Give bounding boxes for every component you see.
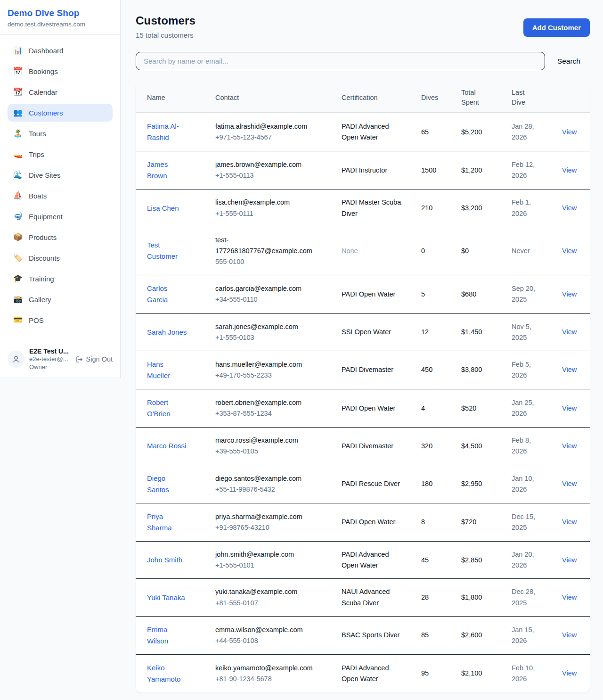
customer-name-link[interactable]: Robert O'Brien — [147, 397, 188, 420]
view-link[interactable]: View — [562, 669, 577, 677]
sidebar-item-label: Training — [29, 275, 54, 283]
sidebar-item-equipment[interactable]: 🤿 Equipment — [8, 207, 113, 225]
page-header: Customers 15 total customers Add Custome… — [136, 14, 590, 39]
sidebar-item-calendar[interactable]: 📆 Calendar — [8, 83, 113, 101]
customer-total-spent: $2,850 — [450, 542, 500, 579]
view-link[interactable]: View — [562, 480, 577, 487]
customers-icon: 👥 — [13, 109, 23, 116]
customer-certification: None — [330, 227, 410, 275]
column-header-last-dive: Last Dive — [500, 82, 551, 113]
customer-dives: 28 — [410, 579, 450, 616]
view-link[interactable]: View — [562, 290, 577, 298]
sidebar-item-boats[interactable]: ⛵ Boats — [8, 187, 113, 205]
sidebar-item-label: Calendar — [29, 88, 57, 96]
customer-email: hans.mueller@example.com — [215, 359, 325, 370]
sign-out-button[interactable]: Sign Out — [76, 355, 113, 363]
search-button[interactable]: Search — [548, 53, 590, 69]
view-link[interactable]: View — [562, 631, 577, 639]
customer-name-link[interactable]: Test Customer — [147, 239, 188, 262]
customer-last-dive: Nov 5, 2025 — [500, 313, 551, 351]
customer-phone: +353-87-555-1234 — [215, 408, 325, 419]
person-icon — [12, 355, 20, 363]
column-header-certification: Certification — [330, 82, 410, 113]
view-link[interactable]: View — [562, 556, 577, 564]
customer-name-link[interactable]: James Brown — [147, 159, 188, 181]
table-row: Yuki Tanaka yuki.tanaka@example.com+81-5… — [136, 579, 590, 616]
gallery-icon: 📸 — [13, 296, 23, 303]
customer-last-dive: Feb 1, 2026 — [500, 189, 551, 227]
customer-name-link[interactable]: Diego Santos — [147, 473, 188, 495]
sidebar-item-discounts[interactable]: 🏷️ Discounts — [8, 249, 113, 267]
customer-total-spent: $1,800 — [450, 579, 500, 616]
sidebar-item-label: POS — [29, 316, 44, 324]
equipment-icon: 🤿 — [13, 213, 23, 220]
customer-name-link[interactable]: Fatima Al-Rashid — [147, 121, 188, 143]
sidebar-item-trips[interactable]: 🚤 Trips — [8, 145, 113, 163]
sidebar-item-tours[interactable]: 🏝️ Tours — [8, 124, 113, 142]
table-row: Diego Santos diego.santos@example.com+55… — [136, 465, 590, 503]
view-link[interactable]: View — [562, 518, 577, 526]
customer-last-dive: Feb 10, 2026 — [500, 654, 551, 692]
table-row: Robert O'Brien robert.obrien@example.com… — [136, 389, 590, 428]
customer-name-link[interactable]: Carlos Garcia — [147, 283, 188, 305]
customer-phone: +44-555-0108 — [215, 635, 325, 646]
customer-last-dive: Dec 15, 2025 — [500, 503, 551, 541]
view-link[interactable]: View — [562, 328, 577, 336]
customer-email: priya.sharma@example.com — [215, 511, 325, 522]
customer-dives: 12 — [410, 313, 450, 351]
view-link[interactable]: View — [562, 404, 577, 412]
customer-name-link[interactable]: Lisa Chen — [147, 203, 179, 214]
sidebar-item-bookings[interactable]: 📅 Bookings — [8, 62, 113, 80]
customer-name-link[interactable]: Yuki Tanaka — [147, 592, 185, 603]
customer-email: marco.rossi@example.com — [215, 435, 325, 446]
sidebar-item-training[interactable]: 🎓 Training — [8, 270, 113, 288]
customer-phone: +1-555-0113 — [215, 170, 325, 181]
customer-name-link[interactable]: Priya Sharma — [147, 511, 188, 534]
sign-out-icon — [76, 356, 83, 363]
customer-total-spent: $520 — [450, 389, 500, 428]
sidebar-item-label: Dive Sites — [29, 171, 61, 179]
view-link[interactable]: View — [562, 128, 577, 136]
sidebar-item-products[interactable]: 📦 Products — [8, 228, 113, 246]
customer-dives: 45 — [410, 542, 450, 579]
brand-name: Demo Dive Shop — [8, 8, 113, 18]
customer-total-spent: $1,450 — [450, 313, 500, 351]
customer-phone: +81-90-1234-5678 — [215, 674, 325, 684]
customer-name-link[interactable]: Hans Mueller — [147, 359, 188, 381]
customer-name-link[interactable]: Keiko Yamamoto — [147, 662, 188, 685]
view-link[interactable]: View — [562, 442, 577, 450]
view-link[interactable]: View — [562, 166, 577, 174]
table-row: John Smith john.smith@example.com+1-555-… — [136, 542, 590, 579]
sidebar-item-dashboard[interactable]: 📊 Dashboard — [8, 41, 113, 59]
view-link[interactable]: View — [562, 247, 577, 255]
customer-name-link[interactable]: Sarah Jones — [147, 327, 187, 338]
discounts-icon: 🏷️ — [13, 254, 23, 262]
sidebar-item-customers[interactable]: 👥 Customers — [8, 104, 113, 122]
user-email: e2e-tester@... — [29, 355, 69, 363]
customers-table: Name Contact Certification Dives Total S… — [136, 82, 590, 692]
customer-name-link[interactable]: Marco Rossi — [147, 440, 186, 452]
sidebar-item-pos[interactable]: 💳 POS — [8, 311, 113, 329]
view-link[interactable]: View — [562, 366, 577, 373]
customer-email: fatima.alrashid@example.com — [215, 121, 325, 132]
sidebar-nav: 📊 Dashboard 📅 Bookings 📆 Calendar 👥 Cust… — [0, 35, 120, 341]
sidebar-item-dive-sites[interactable]: 🌊 Dive Sites — [8, 166, 113, 184]
customer-certification: PADI Divemaster — [330, 428, 410, 465]
table-row: Test Customer test-1772681807767@example… — [136, 227, 590, 275]
search-input[interactable] — [136, 52, 545, 70]
customer-name-link[interactable]: John Smith — [147, 554, 182, 566]
avatar — [8, 351, 24, 368]
customer-phone: +1-555-0103 — [215, 332, 325, 343]
customer-dives: 65 — [410, 113, 450, 151]
customer-certification: PADI Open Water — [330, 275, 410, 313]
view-link[interactable]: View — [562, 593, 577, 601]
customer-certification: SSI Open Water — [330, 313, 410, 351]
customer-phone: 555-0100 — [215, 256, 325, 267]
table-row: Marco Rossi marco.rossi@example.com+39-5… — [136, 428, 590, 465]
customer-dives: 85 — [410, 616, 450, 654]
view-link[interactable]: View — [562, 204, 577, 212]
customer-name-link[interactable]: Emma Wilson — [147, 624, 188, 647]
add-customer-button[interactable]: Add Customer — [523, 18, 590, 37]
app-root: Demo Dive Shop demo.test.divestreams.com… — [0, 0, 603, 700]
sidebar-item-gallery[interactable]: 📸 Gallery — [8, 290, 113, 308]
